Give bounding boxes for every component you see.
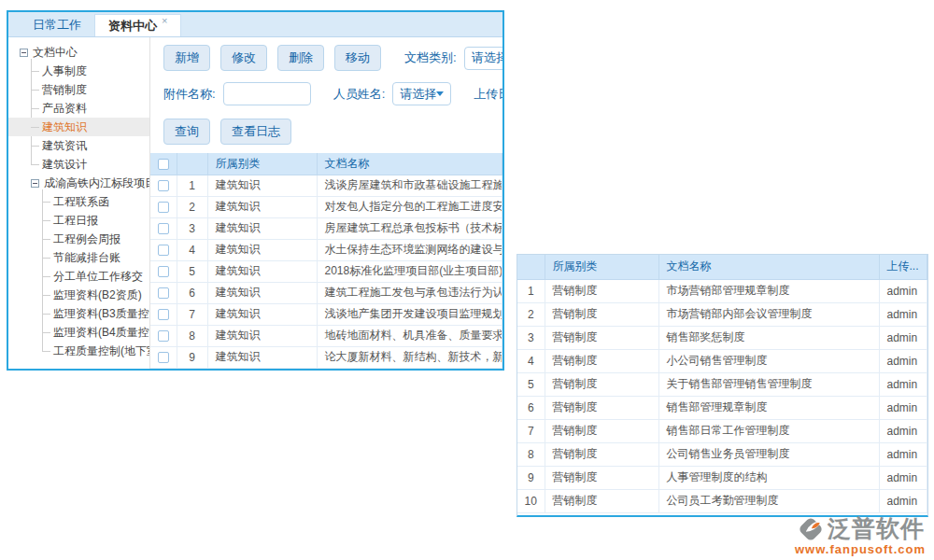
sidebar-item[interactable]: 分工单位工作移交 xyxy=(8,267,149,286)
doc-category-select[interactable]: 请选择 xyxy=(464,47,502,70)
brand-name: 泛普软件 xyxy=(828,513,925,544)
table-row[interactable]: 8 建筑知识 地砖地面材料、机具准备、质量要求及... xyxy=(150,325,502,346)
table-row[interactable]: 8 营销制度 公司销售业务员管理制度 admin xyxy=(517,442,927,466)
sidebar-item-label: 建筑资讯 xyxy=(42,139,87,152)
row-checkbox[interactable] xyxy=(158,330,169,342)
table-row[interactable]: 6 营销制度 销售部管理规章制度 admin xyxy=(517,396,927,419)
attachment-input[interactable] xyxy=(223,82,311,105)
row-checkbox[interactable] xyxy=(158,245,169,256)
sidebar-item[interactable]: 营销制度 xyxy=(8,80,149,99)
sidebar-item[interactable]: 产品资料 xyxy=(8,99,149,118)
sidebar-item[interactable]: 工程质量控制(地下室) xyxy=(8,342,149,360)
row-index: 5 xyxy=(517,372,545,396)
table-row[interactable]: 3 建筑知识 房屋建筑工程总承包投标书（技术标）... xyxy=(150,217,502,239)
row-index: 2 xyxy=(517,302,545,326)
row-checkbox-cell xyxy=(150,282,177,303)
tab-daily-work[interactable]: 日常工作 xyxy=(20,14,94,36)
table-row[interactable]: 1 营销制度 市场营销部管理规章制度 admin xyxy=(517,279,927,302)
table-row[interactable]: 1 建筑知识 浅谈房屋建筑和市政基础设施工程施工... xyxy=(150,175,502,196)
row-uploader: admin xyxy=(879,302,927,326)
collapse-icon[interactable] xyxy=(20,49,28,57)
row-checkbox-cell xyxy=(150,217,177,239)
sidebar-item-label: 产品资料 xyxy=(42,102,87,115)
table-row[interactable]: 9 建筑知识 论大厦新材料、新结构、新技术，新工... xyxy=(150,346,502,368)
row-uploader: admin xyxy=(879,396,927,419)
move-button[interactable]: 移动 xyxy=(334,45,381,71)
tree-children: 人事制度 营销制度 产品资料 建筑知识 建筑资讯 xyxy=(8,62,149,174)
sidebar-item[interactable]: 建筑知识 xyxy=(8,118,149,136)
row-index: 4 xyxy=(517,349,545,372)
sidebar-item[interactable]: 人事制度 xyxy=(8,62,149,80)
query-button[interactable]: 查询 xyxy=(163,119,210,145)
row-doc-name: 浅谈地产集团开发建设项目监理规划编... xyxy=(317,303,502,325)
sidebar-item-label: 工程联系函 xyxy=(53,195,109,208)
row-checkbox[interactable] xyxy=(158,309,169,320)
row-doc-name: 市场营销部管理规章制度 xyxy=(658,279,879,302)
sidebar-item-doc-center[interactable]: 文档中心 xyxy=(8,43,149,62)
row-doc-name: 浅谈房屋建筑和市政基础设施工程施工... xyxy=(317,175,502,196)
sidebar-item[interactable]: 工程例会周报 xyxy=(8,230,149,248)
sidebar-item-label: 监理资料(B2资质) xyxy=(53,288,142,301)
row-index: 1 xyxy=(517,279,545,302)
collapse-icon[interactable] xyxy=(31,179,39,188)
table-row[interactable]: 5 营销制度 关于销售部管理销售管理制度 admin xyxy=(517,372,927,396)
row-checkbox[interactable] xyxy=(158,266,169,277)
row-doc-name: 销售部奖惩制度 xyxy=(658,326,879,349)
row-checkbox-cell xyxy=(150,175,177,196)
row-checkbox[interactable] xyxy=(158,287,169,299)
sidebar-item[interactable]: 工程联系函 xyxy=(8,192,149,211)
table-row[interactable]: 9 营销制度 人事管理制度的结构 admin xyxy=(517,466,927,489)
tab-data-center-label: 资料中心 xyxy=(108,19,157,33)
select-all-checkbox[interactable] xyxy=(158,159,169,170)
row-checkbox-cell xyxy=(150,346,177,368)
row-uploader: admin xyxy=(879,442,927,466)
filter-toolbar: 附件名称: 人员姓名: 请选择 上传日期: xyxy=(150,71,502,105)
add-button[interactable]: 新增 xyxy=(163,45,210,71)
row-checkbox[interactable] xyxy=(158,180,169,191)
query-toolbar: 查询 查看日志 xyxy=(150,105,502,153)
row-doc-name: 建筑工程施工发包与承包违法行为认定... xyxy=(317,282,502,303)
row-uploader: admin xyxy=(879,349,927,372)
row-doc-name: 关于销售部管理销售管理制度 xyxy=(658,372,879,396)
brand-url[interactable]: www.fanpusoft.com xyxy=(790,542,930,556)
view-log-button[interactable]: 查看日志 xyxy=(220,119,291,145)
close-icon[interactable]: × xyxy=(162,15,167,26)
table-row[interactable]: 4 营销制度 小公司销售管理制度 admin xyxy=(517,349,927,372)
sidebar-item[interactable]: 工程日报 xyxy=(8,211,149,230)
row-index: 3 xyxy=(177,217,207,239)
edit-button[interactable]: 修改 xyxy=(220,45,267,71)
row-index: 9 xyxy=(177,346,207,368)
person-select[interactable]: 请选择 xyxy=(392,82,451,105)
table-row[interactable]: 7 营销制度 销售部日常工作管理制度 admin xyxy=(517,419,927,442)
doc-category-value: 请选择 xyxy=(472,49,502,66)
row-checkbox-cell xyxy=(150,239,177,260)
table-row[interactable]: 2 营销制度 市场营销部内部会议管理制度 admin xyxy=(517,302,927,326)
sidebar-item[interactable]: 监理资料(B4质量控制) xyxy=(8,323,149,342)
tab-data-center[interactable]: 资料中心× xyxy=(94,14,181,36)
table-row[interactable]: 7 建筑知识 浅谈地产集团开发建设项目监理规划编... xyxy=(150,303,502,325)
table-row[interactable]: 5 建筑知识 2018标准化监理项目部(业主项目部)人员... xyxy=(150,260,502,282)
sidebar-item[interactable]: 节能减排台账 xyxy=(8,248,149,267)
delete-button[interactable]: 删除 xyxy=(277,45,324,71)
table-row[interactable]: 4 建筑知识 水土保持生态环境监测网络的建设与资... xyxy=(150,239,502,260)
row-checkbox[interactable] xyxy=(158,223,169,234)
sidebar-item-label: 建筑设计 xyxy=(42,158,87,171)
sidebar-item-project[interactable]: 成渝高铁内江标段项目 xyxy=(8,174,149,192)
table-row[interactable]: 3 营销制度 销售部奖惩制度 admin xyxy=(517,326,927,349)
row-doc-name: 论大厦新材料、新结构、新技术，新工... xyxy=(317,346,502,368)
sidebar-item[interactable]: 建筑资讯 xyxy=(8,136,149,155)
row-checkbox-cell xyxy=(150,196,177,217)
row-doc-name: 小公司销售管理制度 xyxy=(658,349,879,372)
row-category: 营销制度 xyxy=(545,419,658,442)
table-row[interactable]: 6 建筑知识 建筑工程施工发包与承包违法行为认定... xyxy=(150,282,502,303)
row-doc-name: 人事管理制度的结构 xyxy=(658,466,879,489)
sidebar-item[interactable]: 监理资料(B2资质) xyxy=(8,286,149,304)
header-category: 所属别类 xyxy=(207,153,317,175)
table-row[interactable]: 10 建筑知识 大厦地下室加气砼墙砌筑工程的施工方... xyxy=(150,368,502,371)
table-row[interactable]: 2 建筑知识 对发包人指定分包的工程施工进度安排... xyxy=(150,196,502,217)
sidebar-item[interactable]: 建筑设计 xyxy=(8,155,149,174)
row-checkbox[interactable] xyxy=(158,352,169,363)
sidebar-item[interactable]: 监理资料(B3质量控制) xyxy=(8,304,149,323)
row-checkbox[interactable] xyxy=(158,202,169,213)
table-row[interactable]: 10 营销制度 公司员工考勤管理制度 admin xyxy=(517,489,927,512)
